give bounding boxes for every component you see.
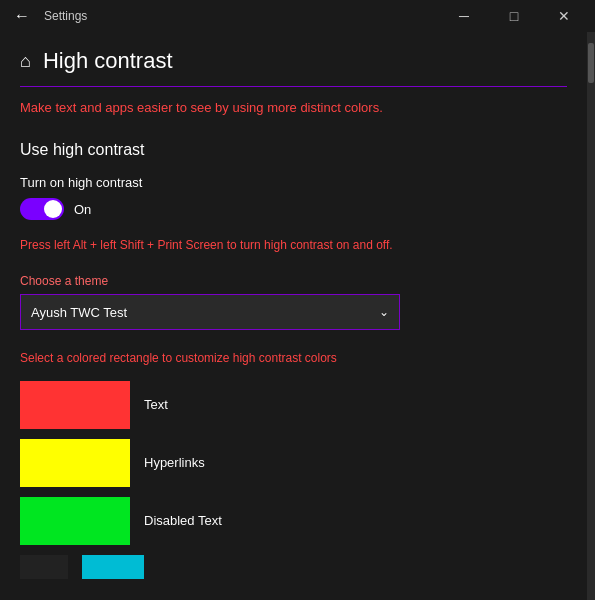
toggle-thumb: [44, 200, 62, 218]
back-button[interactable]: ←: [8, 2, 36, 30]
toggle-row: On: [20, 198, 567, 220]
close-button[interactable]: ✕: [541, 0, 587, 32]
color-label-disabled-text: Disabled Text: [144, 513, 222, 528]
theme-dropdown[interactable]: Ayush TWC Test ⌄: [20, 294, 400, 330]
scrollbar-thumb[interactable]: [588, 43, 594, 83]
toggle-state-label: On: [74, 202, 91, 217]
shortcut-note: Press left Alt + left Shift + Print Scre…: [20, 236, 567, 254]
color-row: Hyperlinks: [20, 439, 567, 487]
title-bar-controls: ─ □ ✕: [441, 0, 587, 32]
main-area: ⌂ High contrast Make text and apps easie…: [0, 32, 587, 600]
color-row: Disabled Text: [20, 497, 567, 545]
high-contrast-toggle[interactable]: [20, 198, 64, 220]
section-heading: Use high contrast: [20, 141, 567, 159]
page-description: Make text and apps easier to see by usin…: [20, 99, 567, 117]
partial-swatch-right[interactable]: [82, 555, 144, 579]
color-swatch-hyperlinks[interactable]: [20, 439, 130, 487]
colors-label: Select a colored rectangle to customize …: [20, 350, 567, 367]
maximize-button[interactable]: □: [491, 0, 537, 32]
toggle-setting-label: Turn on high contrast: [20, 175, 567, 190]
scrollbar-track[interactable]: [587, 32, 595, 600]
dropdown-selected-value: Ayush TWC Test: [31, 305, 127, 320]
color-swatch-text[interactable]: [20, 381, 130, 429]
theme-label: Choose a theme: [20, 274, 567, 288]
partial-color-row: [20, 555, 567, 579]
title-bar: ← Settings ─ □ ✕: [0, 0, 595, 32]
title-bar-left: ← Settings: [8, 2, 87, 30]
color-rows-container: TextHyperlinksDisabled Text: [20, 381, 567, 545]
title-bar-title: Settings: [44, 9, 87, 23]
minimize-button[interactable]: ─: [441, 0, 487, 32]
content-area: ⌂ High contrast Make text and apps easie…: [0, 32, 595, 600]
partial-swatch-left[interactable]: [20, 555, 68, 579]
color-label-text: Text: [144, 397, 168, 412]
color-swatch-disabled-text[interactable]: [20, 497, 130, 545]
page-header: ⌂ High contrast: [20, 48, 567, 87]
home-icon: ⌂: [20, 51, 31, 72]
color-row: Text: [20, 381, 567, 429]
color-label-hyperlinks: Hyperlinks: [144, 455, 205, 470]
dropdown-arrow-icon: ⌄: [379, 305, 389, 319]
page-title: High contrast: [43, 48, 173, 74]
